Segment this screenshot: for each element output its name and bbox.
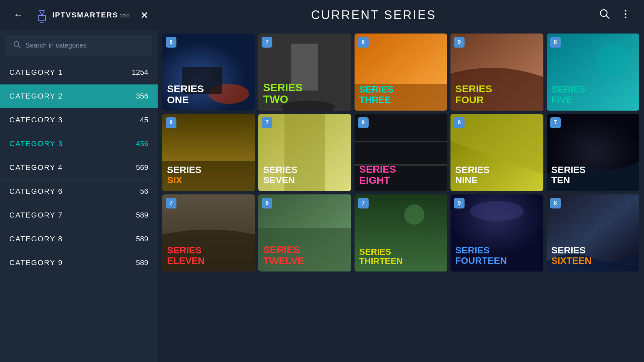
category-count: 569	[136, 163, 148, 172]
series-badge: 7	[358, 198, 369, 208]
svg-line-12	[18, 46, 20, 48]
logo-iptv: IPTV	[52, 11, 71, 19]
series-card-6[interactable]: 8 SERIESSIX	[162, 114, 255, 191]
more-options-icon[interactable]	[621, 9, 631, 21]
category-list: CATEGORY 1 1254 CATEGORY 2 356 CATEGORY …	[0, 61, 158, 362]
series-title: SERIESELEVEN	[167, 245, 250, 266]
series-badge: 7	[166, 198, 176, 208]
svg-line-7	[606, 15, 609, 18]
category-name: CATEGORY 6	[9, 187, 63, 196]
series-card-5[interactable]: 8 SERIESFIVE	[547, 34, 639, 111]
category-count: 589	[136, 235, 148, 243]
series-badge: 7	[262, 117, 272, 128]
series-badge: 9	[454, 37, 465, 48]
svg-rect-29	[355, 141, 447, 142]
sidebar: Search in categories CATEGORY 1 1254 CAT…	[0, 30, 158, 362]
series-title: SERIESTEN	[551, 165, 635, 186]
category-count: 589	[136, 258, 148, 267]
search-bar-icon	[13, 41, 21, 50]
sidebar-item-category3-highlight[interactable]: CATEGORY 3 456	[0, 132, 158, 156]
series-card-10[interactable]: 7 SERIESTEN	[547, 114, 639, 191]
sidebar-item-category7[interactable]: CATEGORY 7 589	[0, 203, 158, 227]
svg-point-37	[404, 204, 424, 225]
category-name: CATEGORY 4	[9, 163, 63, 172]
main-content: Search in categories CATEGORY 1 1254 CAT…	[0, 30, 644, 362]
series-badge: 9	[454, 198, 465, 208]
category-count: 456	[136, 139, 148, 148]
series-title: SERIESTWELVE	[263, 244, 346, 266]
series-badge: 8	[454, 117, 465, 128]
svg-line-2	[42, 11, 44, 15]
sidebar-item-category4[interactable]: CATEGORY 4 569	[0, 156, 158, 180]
sidebar-item-category9[interactable]: CATEGORY 9 589	[0, 251, 158, 275]
category-name: CATEGORY 7	[9, 211, 63, 220]
series-card-9[interactable]: 8 SERIESNINE	[450, 114, 543, 191]
category-name: CATEGORY 3	[9, 116, 63, 124]
category-name: CATEGORY 8	[9, 235, 63, 243]
category-search[interactable]: Search in categories	[5, 35, 152, 56]
svg-point-23	[596, 44, 630, 77]
series-card-3[interactable]: 8 SERIESTHREE	[355, 34, 447, 111]
series-title: SERIESSEVEN	[263, 165, 346, 186]
series-badge: 8	[358, 37, 369, 48]
series-badge: 7	[550, 117, 561, 128]
series-card-13[interactable]: 7 SERIESTHIRTEEN	[355, 194, 447, 272]
category-search-placeholder: Search in categories	[25, 42, 87, 49]
series-grid: 8 SERIESONE 7 SERIESTWO	[162, 34, 639, 272]
series-badge: 8	[166, 37, 176, 48]
svg-point-10	[625, 16, 626, 18]
series-badge: 9	[358, 117, 369, 128]
series-card-7[interactable]: 7 SERIESSEVEN	[258, 114, 351, 191]
svg-line-1	[40, 11, 42, 15]
logo-pro: PRO	[119, 14, 130, 19]
series-card-8[interactable]: 9 SERIESEIGHT	[355, 114, 447, 191]
sidebar-item-category3[interactable]: CATEGORY 3 45	[0, 108, 158, 132]
series-title: SERIESFOUR	[455, 83, 538, 105]
series-content: 8 SERIESONE 7 SERIESTWO	[158, 30, 644, 362]
category-count: 56	[140, 187, 148, 196]
back-button[interactable]: ←	[13, 10, 23, 20]
category-count: 1254	[132, 68, 148, 77]
series-card-4[interactable]: 9 SERIESFOUR	[450, 34, 543, 111]
series-card-15[interactable]: 8 SERIESSIXTEEN	[547, 194, 639, 272]
header-right	[599, 8, 631, 22]
svg-point-9	[625, 13, 626, 15]
series-badge: 7	[262, 37, 272, 48]
search-icon[interactable]	[599, 8, 610, 22]
series-card-2[interactable]: 7 SERIESTWO	[258, 34, 351, 111]
category-name: CATEGORY 1	[9, 68, 63, 77]
series-badge: 8	[166, 117, 176, 128]
sidebar-item-category2[interactable]: CATEGORY 2 356	[0, 84, 158, 108]
series-badge: 8	[550, 198, 561, 208]
logo: IPTVSMARTERSPRO	[33, 6, 130, 24]
sidebar-item-category1[interactable]: CATEGORY 1 1254	[0, 61, 158, 84]
category-name: CATEGORY 9	[9, 258, 63, 267]
logo-text: IPTVSMARTERSPRO	[52, 11, 130, 19]
header-left: ← IPTVSMARTERSPRO ✕	[13, 6, 149, 24]
category-name: CATEGORY 3	[9, 139, 63, 148]
category-count: 356	[136, 92, 148, 101]
sidebar-item-category8[interactable]: CATEGORY 8 589	[0, 227, 158, 251]
svg-point-8	[625, 10, 626, 11]
category-count: 45	[140, 116, 148, 124]
sidebar-item-category6[interactable]: CATEGORY 6 56	[0, 180, 158, 203]
series-card-12[interactable]: 8 SERIESTWELVE	[258, 194, 351, 272]
svg-point-39	[470, 201, 524, 221]
series-badge: 8	[550, 37, 561, 48]
series-title: SERIESTWO	[263, 82, 346, 105]
series-title: SERIESFOURTEEN	[455, 245, 538, 266]
series-badge: 8	[262, 198, 272, 208]
series-card-14[interactable]: 9 SERIESFOURTEEN	[450, 194, 543, 272]
category-name: CATEGORY 2	[9, 92, 63, 101]
series-title: SERIESTHREE	[359, 84, 442, 105]
logo-smarters: SMARTERS	[71, 11, 118, 19]
svg-rect-0	[38, 15, 46, 21]
series-title: SERIESSIXTEEN	[551, 245, 635, 266]
series-title: SERIESONE	[167, 83, 250, 105]
header-title: CURRENT SERIES	[311, 8, 436, 22]
series-title: SERIESEIGHT	[359, 164, 442, 186]
series-card-1[interactable]: 8 SERIESONE	[162, 34, 255, 111]
close-button[interactable]: ✕	[140, 9, 149, 21]
series-title: SERIESFIVE	[551, 84, 635, 105]
series-card-11[interactable]: 7 SERIESELEVEN	[162, 194, 255, 272]
